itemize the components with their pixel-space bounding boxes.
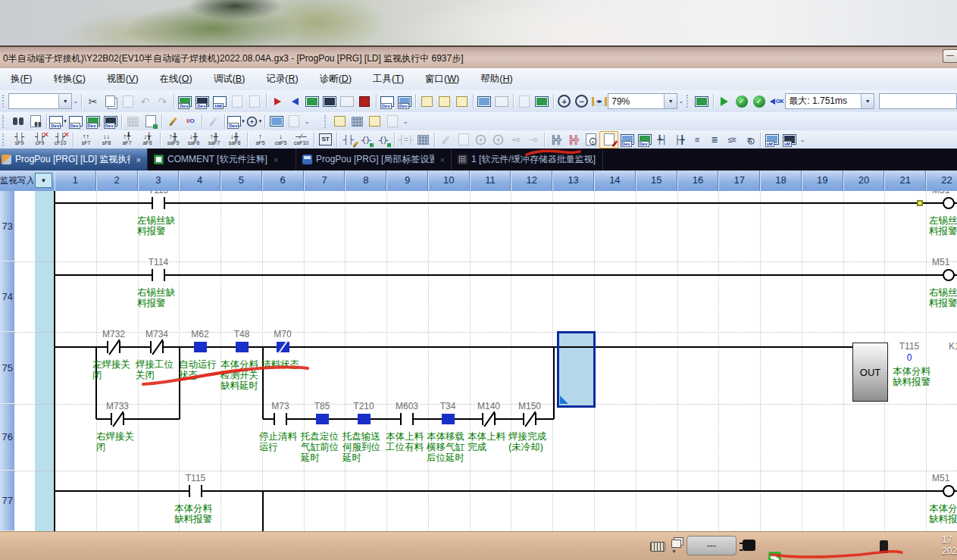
doc-icon-1[interactable]: [229, 93, 246, 109]
device-display-format-icon[interactable]: Dev: [227, 114, 245, 130]
contact-T85-on[interactable]: [316, 414, 329, 424]
align-left-icon[interactable]: ≡: [688, 132, 705, 148]
io-assignment-icon[interactable]: I/O: [182, 114, 199, 130]
device-display-icon[interactable]: Dev: [378, 93, 396, 109]
toolbar-overflow-chevron[interactable]: ⌄: [302, 118, 311, 125]
menu-item-换F[interactable]: 换(F): [0, 70, 42, 89]
edit-gray-icon[interactable]: [205, 114, 222, 130]
align-right-icon[interactable]: ≣: [705, 132, 723, 148]
contact-T34-on[interactable]: [442, 414, 455, 424]
device-batch-icon[interactable]: Dev: [396, 93, 413, 109]
scan-time-combo-arrow[interactable]: ▼: [861, 94, 874, 108]
coil-2[interactable]: [943, 485, 955, 497]
cross-reference-icon[interactable]: [124, 114, 142, 130]
header-dropdown-button[interactable]: ▼: [35, 173, 52, 188]
monitor-write-icon[interactable]: [321, 93, 339, 109]
contact-T114[interactable]: [152, 269, 165, 281]
edit-coil-icon-2[interactable]: -( )-: [374, 132, 392, 148]
edit-box-blue-icon[interactable]: [414, 132, 432, 148]
edit-comment-icon[interactable]: [599, 131, 618, 149]
monitor-read-icon[interactable]: [304, 93, 321, 109]
tab-2[interactable]: ProgPou [PRG] [局部标签设置]×: [296, 149, 452, 171]
pointer-left-icon[interactable]: ╄┤: [653, 132, 671, 148]
contact-M62-on[interactable]: [194, 342, 207, 352]
screen-monitor-icon[interactable]: [476, 93, 493, 109]
line-find-icon[interactable]: ≡+: [740, 132, 758, 148]
device-find-icon[interactable]: Dev: [49, 114, 67, 130]
tab-close-icon-0[interactable]: ×: [136, 155, 141, 164]
insert-row-gray-icon[interactable]: +≡: [507, 132, 524, 148]
menu-item-在线O[interactable]: 在线(O): [149, 70, 203, 89]
window-gray-icon[interactable]: [516, 93, 533, 109]
watch-window-icon[interactable]: Dev: [102, 114, 119, 130]
contact-M73[interactable]: [274, 413, 287, 425]
falling-branch-aF8[interactable]: ↓╁aF8: [137, 131, 158, 148]
menu-item-记录R[interactable]: 记录(R): [255, 70, 308, 89]
phone-icon[interactable]: [880, 540, 888, 553]
conversion-check-icon-1[interactable]: ✓: [733, 93, 750, 109]
tab-3[interactable]: 1 [软元件/缓冲存储器批量监视]: [452, 149, 603, 171]
menu-item-调试B[interactable]: 调试(B): [203, 70, 256, 89]
note-icon[interactable]: [453, 93, 471, 109]
device-monitor-icon[interactable]: Dev: [194, 93, 211, 109]
contact-T115[interactable]: [189, 485, 202, 497]
contact-M140[interactable]: [482, 413, 496, 425]
find-icon[interactable]: [9, 114, 27, 130]
menu-item-诊断D[interactable]: 诊断(D): [309, 70, 362, 89]
st-editor-icon[interactable]: ST: [317, 132, 334, 148]
window-switcher-icon[interactable]: [671, 540, 681, 548]
wechat-icon[interactable]: [768, 552, 781, 560]
zoom-percent-combo-arrow[interactable]: ▼: [664, 94, 677, 108]
contact-M150[interactable]: [523, 413, 536, 425]
falling-contact-sF8[interactable]: ↓↓sF8: [96, 131, 117, 148]
monitor-start-icon[interactable]: [715, 93, 733, 109]
rising-pulse-aF5[interactable]: ↑aF5: [250, 131, 271, 148]
zoom-percent-combo[interactable]: 79%▼: [608, 93, 677, 109]
coil-0[interactable]: [943, 197, 955, 209]
doc-gray-2-icon[interactable]: [455, 132, 472, 148]
window-monitor-icon[interactable]: [533, 93, 551, 109]
window-select-combo[interactable]: ▼: [8, 93, 72, 109]
zoom-out-icon[interactable]: −: [573, 93, 590, 109]
window-switcher-arrow[interactable]: ▼: [671, 549, 677, 554]
insert-rail-icon[interactable]: ╠╬: [547, 132, 565, 148]
toolbar-overflow-chevron[interactable]: ⌄: [798, 136, 807, 143]
minimize-button[interactable]: —: [943, 49, 957, 63]
toolbar-overflow-chevron[interactable]: ⌄: [401, 118, 410, 125]
tab-close-icon-1[interactable]: ×: [274, 155, 278, 164]
device-go-green-icon[interactable]: Dev: [636, 132, 653, 148]
falling-np-branch-saF8[interactable]: ↓╫saF8: [224, 131, 245, 148]
toolbar-overflow-chevron[interactable]: ⌄: [677, 98, 684, 105]
find-in-window-icon[interactable]: [27, 114, 44, 130]
find-gray-2-icon[interactable]: +: [489, 132, 507, 148]
screen-gray-icon[interactable]: [493, 93, 511, 109]
edit-mode-icon[interactable]: [164, 114, 182, 130]
user-gray-icon[interactable]: [383, 114, 401, 130]
redo-icon[interactable]: ↷: [154, 93, 171, 109]
edit-gray-2-icon[interactable]: [437, 132, 455, 148]
doc-icon-2[interactable]: [246, 93, 264, 109]
falling-pulse-caF5[interactable]: ↓caF5: [271, 131, 291, 148]
invert-result-caF10[interactable]: ─∕─caF10: [291, 131, 311, 148]
list-chart-icon[interactable]: ≤≡: [723, 132, 740, 148]
tab-close-icon-2[interactable]: ×: [440, 155, 445, 164]
find-gray-1-icon[interactable]: +: [472, 132, 489, 148]
online-ok-icon[interactable]: OK: [768, 93, 785, 109]
close-branch-cF10[interactable]: ┤├✕cF10: [50, 131, 70, 148]
monitor-window-icon[interactable]: [267, 114, 285, 130]
rising-np-branch-saF7[interactable]: ↑╫saF7: [204, 131, 224, 148]
contact-M734[interactable]: [150, 341, 164, 353]
ladder-editor[interactable]: 7374757677T113左锡丝缺 料报警T114右锡丝缺 料报警M732左焊…: [0, 191, 957, 531]
battery-gadget[interactable]: ---: [686, 536, 737, 555]
close-contact-cF9[interactable]: ┤├✕cF9: [30, 131, 50, 148]
toolbar-overflow-chevron[interactable]: ⌄: [72, 98, 79, 105]
menu-item-转换C[interactable]: 转换(C): [42, 70, 95, 89]
screen-capture-icon[interactable]: [693, 93, 711, 109]
scan-time-combo[interactable]: 最大: 1.751ms▼: [785, 93, 874, 109]
zoom-in-icon[interactable]: +: [555, 93, 573, 109]
falling-np-saF6[interactable]: ↓╫saF6: [183, 131, 204, 148]
tool-blue-icon[interactable]: sM: [763, 132, 780, 148]
find-input[interactable]: [879, 93, 957, 109]
contact-T113[interactable]: [152, 197, 165, 209]
tab-1[interactable]: COMMENT [软元件注释]×: [148, 149, 296, 171]
